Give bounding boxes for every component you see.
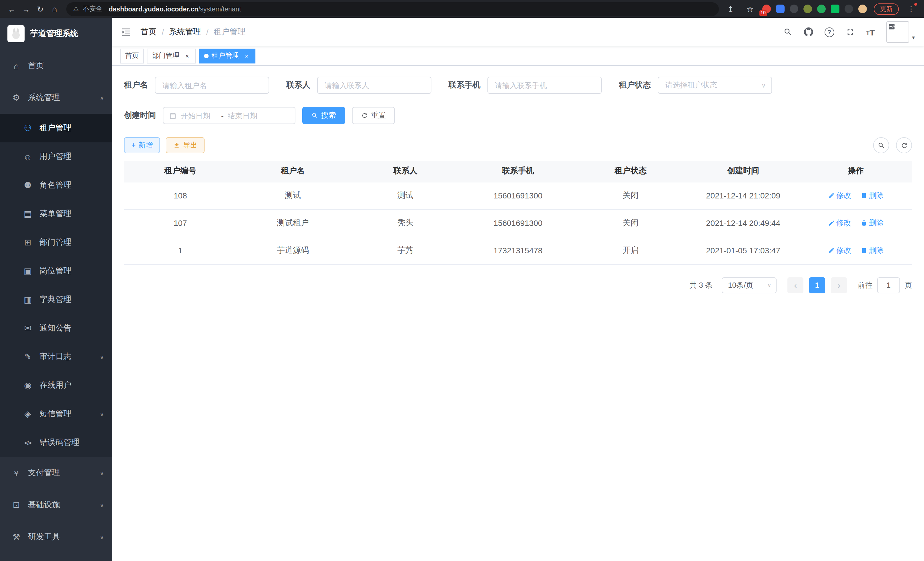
edit-link[interactable]: 修改 <box>828 190 851 201</box>
kebab-glyph: ⋮ <box>908 5 915 13</box>
browser-home-icon[interactable]: ⌂ <box>47 2 62 16</box>
search-icon[interactable] <box>783 27 792 37</box>
sidebar-item-audit-log[interactable]: ✎ 审计日志 ∨ <box>0 343 112 371</box>
jump-page-input[interactable] <box>877 277 900 293</box>
address-bar[interactable]: ⚠ 不安全 dashboard.yudao.iocoder.cn/system/… <box>66 2 719 16</box>
jump-prefix-label: 前往 <box>858 280 873 290</box>
sidebar-item-label: 短信管理 <box>39 409 71 419</box>
close-icon[interactable]: × <box>183 52 191 59</box>
font-size-icon[interactable]: TT <box>866 28 875 36</box>
extension-icon[interactable] <box>776 5 784 13</box>
tags-view-bar: 首页 部门管理× 租户管理× <box>112 46 924 66</box>
extension-icon[interactable] <box>831 5 839 13</box>
share-icon[interactable]: ↥ <box>723 2 738 16</box>
filter-label: 联系手机 <box>448 80 481 90</box>
browser-profile-avatar[interactable] <box>858 5 867 13</box>
browser-update-button[interactable]: 更新 <box>874 3 899 15</box>
breadcrumb-home[interactable]: 首页 <box>141 27 157 37</box>
export-button[interactable]: 导出 <box>166 137 205 153</box>
sidebar-item-error-code[interactable]: </> 错误码管理 <box>0 428 112 457</box>
cell-contact: 秃头 <box>349 209 462 237</box>
table-toolbar: + 新增 导出 <box>124 137 912 153</box>
page-size-select[interactable]: 10条/页 ∨ <box>722 277 777 293</box>
delete-link[interactable]: 删除 <box>860 245 884 256</box>
app-logo[interactable]: 芋道管理系统 <box>0 18 112 50</box>
system-submenu: ⚇ 租户管理 ☺ 用户管理 ⚉ 角色管理 ▤ 菜单管理 <box>0 114 112 457</box>
sidebar-fold-icon[interactable] <box>121 27 131 37</box>
tab-label: 部门管理 <box>152 51 179 61</box>
start-date-input[interactable] <box>181 111 217 120</box>
tenant-name-input[interactable] <box>155 77 269 94</box>
edit-link[interactable]: 修改 <box>828 245 851 256</box>
fullscreen-icon[interactable] <box>845 27 855 37</box>
filter-row-2: 创建时间 - 搜索 <box>124 107 912 124</box>
browser-back-icon[interactable]: ← <box>4 2 19 16</box>
sidebar-item-dept[interactable]: ⊞ 部门管理 <box>0 228 112 257</box>
browser-actions: ↥ ☆ 10 更新 ⋮ <box>723 2 920 16</box>
sidebar-item-role[interactable]: ⚉ 角色管理 <box>0 171 112 200</box>
sidebar-item-dict[interactable]: ▥ 字典管理 <box>0 285 112 314</box>
prev-page-button[interactable]: ‹ <box>788 277 803 293</box>
chevron-down-icon: ∨ <box>100 470 104 476</box>
sidebar-item-user[interactable]: ☺ 用户管理 <box>0 142 112 171</box>
delete-link[interactable]: 删除 <box>860 190 884 201</box>
tenant-table: 租户编号 租户名 联系人 联系手机 租户状态 创建时间 操作 108 测试 <box>124 161 912 265</box>
sidebar-item-system[interactable]: ⚙ 系统管理 ∧ <box>0 82 112 114</box>
close-icon[interactable]: × <box>243 52 250 59</box>
browser-reload-icon[interactable]: ↻ <box>33 2 47 16</box>
extension-icon[interactable]: 10 <box>762 5 771 13</box>
sidebar-item-home[interactable]: ⌂ 首页 <box>0 50 112 82</box>
reset-button-label: 重置 <box>371 110 386 121</box>
extensions-puzzle-icon[interactable] <box>844 5 853 13</box>
chevron-down-icon: ∨ <box>100 354 104 360</box>
tab-home[interactable]: 首页 <box>120 48 144 63</box>
roles-icon: ⚉ <box>23 180 33 190</box>
end-date-input[interactable] <box>228 111 264 120</box>
bookmark-star-icon[interactable]: ☆ <box>743 2 757 16</box>
sidebar-item-online-user[interactable]: ◉ 在线用户 <box>0 371 112 400</box>
page-jumper: 前往 页 <box>858 277 912 293</box>
mobile-input[interactable] <box>488 77 602 94</box>
tab-dept[interactable]: 部门管理× <box>147 48 196 63</box>
extension-icon[interactable] <box>790 5 798 13</box>
sidebar-item-menu[interactable]: ▤ 菜单管理 <box>0 200 112 228</box>
add-button-label: 新增 <box>139 140 153 150</box>
github-icon[interactable] <box>804 27 813 37</box>
security-label: 不安全 <box>83 5 103 13</box>
delete-link[interactable]: 删除 <box>860 218 884 228</box>
sidebar-item-tenant[interactable]: ⚇ 租户管理 <box>0 114 112 142</box>
table-row: 107 测试租户 秃头 15601691300 关闭 2021-12-14 20… <box>124 209 912 237</box>
extension-icon[interactable] <box>817 5 826 13</box>
breadcrumb-system[interactable]: 系统管理 <box>169 27 201 37</box>
status-select[interactable]: 请选择租户状态 ∨ <box>658 77 772 94</box>
cell-created: 2021-12-14 21:02:09 <box>687 182 800 209</box>
edit-link[interactable]: 修改 <box>828 218 851 228</box>
browser-menu-icon[interactable]: ⋮ <box>904 2 918 16</box>
search-button[interactable]: 搜索 <box>302 107 345 124</box>
extension-icon[interactable] <box>803 5 812 13</box>
toggle-search-icon[interactable] <box>873 137 889 153</box>
sidebar: 芋道管理系统 ⌂ 首页 ⚙ 系统管理 ∧ ⚇ 租户管理 <box>0 18 112 561</box>
browser-forward-icon[interactable]: → <box>19 2 33 16</box>
reset-button[interactable]: 重置 <box>352 107 395 124</box>
sidebar-item-pay[interactable]: ¥ 支付管理 ∨ <box>0 457 112 489</box>
sidebar-item-devtools[interactable]: ⚒ 研发工具 ∨ <box>0 521 112 553</box>
filter-mobile: 联系手机 <box>448 77 602 94</box>
sidebar-item-notice[interactable]: ✉ 通知公告 <box>0 314 112 343</box>
tab-tenant[interactable]: 租户管理× <box>199 48 255 63</box>
caret-down-icon: ▾ <box>912 34 915 43</box>
sidebar-item-label: 部门管理 <box>39 237 71 248</box>
page-button-1[interactable]: 1 <box>809 277 825 293</box>
sidebar-item-sms[interactable]: ◈ 短信管理 ∨ <box>0 400 112 428</box>
sidebar-item-infra[interactable]: ⊡ 基础设施 ∨ <box>0 489 112 521</box>
refresh-icon[interactable] <box>896 137 912 153</box>
filter-label: 租户状态 <box>619 80 651 90</box>
help-icon[interactable]: ? <box>824 27 834 37</box>
sidebar-item-post[interactable]: ▣ 岗位管理 <box>0 257 112 285</box>
contact-input[interactable] <box>317 77 431 94</box>
add-button[interactable]: + 新增 <box>124 137 160 153</box>
date-range-picker[interactable]: - <box>163 107 296 124</box>
next-page-button[interactable]: › <box>831 277 847 293</box>
user-avatar[interactable]: ▾ <box>886 21 915 43</box>
badge-icon: ▣ <box>23 266 33 276</box>
